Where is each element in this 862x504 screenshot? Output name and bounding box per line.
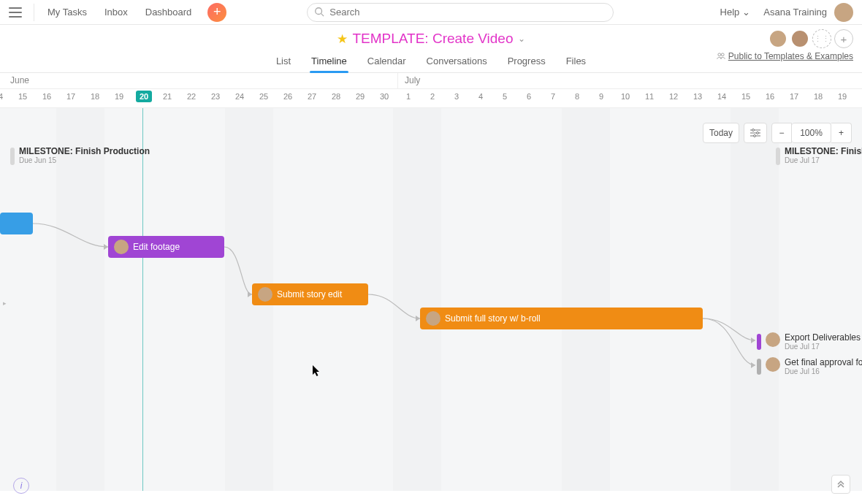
zoom-level[interactable]: 100%	[792, 123, 831, 143]
svg-point-3	[721, 53, 724, 56]
user-avatar[interactable]	[834, 3, 853, 22]
date-cell: 30	[377, 92, 392, 101]
project-title-text: TEMPLATE: Create Video	[352, 31, 513, 47]
task-due: Due Jul 16	[785, 367, 862, 375]
assignee-avatar	[426, 311, 440, 326]
nav-inbox[interactable]: Inbox	[96, 7, 137, 18]
cursor-icon	[313, 365, 321, 377]
today-button[interactable]: Today	[703, 123, 739, 143]
topbar: My Tasks Inbox Dashboard + Help⌄ Asana T…	[0, 0, 862, 25]
search-icon	[314, 7, 324, 17]
date-cell: 22	[184, 92, 199, 101]
task-item[interactable]: Export Deliverables Due Jul 17	[757, 332, 861, 351]
member-placeholder-icon[interactable]: ⋮⋮	[812, 29, 831, 48]
zoom-controls: − 100% +	[771, 123, 852, 143]
info-button[interactable]: i	[13, 478, 29, 494]
zoom-in-button[interactable]: +	[831, 123, 852, 143]
task-handle[interactable]	[757, 334, 761, 350]
date-cell: 28	[329, 92, 343, 101]
expand-sidebar-handle[interactable]: ▸	[3, 299, 10, 314]
task-due: Due Jul 17	[785, 343, 861, 351]
date-cell: 18	[811, 92, 825, 101]
date-cell: 11	[642, 92, 657, 101]
date-cell: 25	[256, 92, 271, 101]
task-handle[interactable]	[757, 359, 761, 375]
project-visibility-link[interactable]: Public to Templates & Examples	[717, 51, 853, 61]
date-cell: 14	[0, 92, 6, 101]
milestone-card[interactable]: MILESTONE: Finish Production Due Jun 15	[10, 146, 150, 165]
zoom-out-button[interactable]: −	[771, 123, 792, 143]
date-cell: 21	[160, 92, 175, 101]
date-cell: 23	[208, 92, 223, 101]
assignee-avatar	[766, 357, 780, 372]
milestone-card[interactable]: MILESTONE: Finish Post Due Jul 17	[776, 146, 862, 165]
menu-icon[interactable]	[9, 7, 22, 18]
chevron-down-icon[interactable]: ⌄	[518, 34, 525, 44]
date-cell: 20	[136, 92, 150, 101]
search-input[interactable]	[307, 3, 614, 22]
weekend-shade	[731, 108, 779, 491]
member-avatar[interactable]	[768, 29, 787, 48]
milestone-title: MILESTONE: Finish Production	[19, 146, 150, 156]
project-title[interactable]: ★ TEMPLATE: Create Video ⌄	[337, 31, 525, 47]
member-avatar[interactable]	[790, 29, 809, 48]
date-cell: 7	[546, 92, 560, 101]
month-label-july: July	[405, 75, 420, 85]
date-cell: 3	[449, 92, 464, 101]
date-cell: 12	[666, 92, 681, 101]
nav-my-tasks[interactable]: My Tasks	[39, 7, 96, 18]
date-cell: 17	[787, 92, 801, 101]
date-cell: 19	[112, 92, 126, 101]
svg-point-13	[757, 132, 759, 134]
create-button[interactable]: +	[207, 3, 226, 22]
member-avatars: ⋮⋮ +	[717, 29, 853, 48]
month-label-june: June	[10, 75, 29, 85]
svg-point-14	[754, 135, 756, 137]
people-icon	[717, 52, 725, 61]
collapse-button[interactable]	[831, 475, 850, 494]
task-title: Edit footage	[133, 242, 180, 252]
weekend-shade	[56, 108, 104, 491]
star-icon[interactable]: ★	[337, 31, 348, 47]
date-ruler: 1415161718192021222324252627282930123456…	[0, 89, 862, 108]
help-link[interactable]: Help⌄	[720, 7, 751, 18]
tab-conversations[interactable]: Conversations	[425, 53, 489, 72]
task-title: Submit full story w/ b-roll	[445, 313, 541, 324]
date-cell: 13	[690, 92, 705, 101]
date-cell: 18	[88, 92, 102, 101]
date-cell: 6	[522, 92, 536, 101]
date-cell: 17	[64, 92, 78, 101]
milestone-handle[interactable]	[10, 148, 15, 165]
month-row: June July	[0, 73, 862, 89]
milestone-handle[interactable]	[776, 148, 780, 165]
task-bar[interactable]: Submit full story w/ b-roll	[420, 308, 703, 329]
weekend-shade	[393, 108, 441, 491]
tab-progress[interactable]: Progress	[506, 53, 547, 72]
date-cell: 26	[281, 92, 295, 101]
chevron-double-up-icon	[836, 480, 845, 489]
add-member-button[interactable]: +	[834, 29, 853, 48]
task-title: Submit story edit	[277, 289, 342, 299]
nav-dashboard[interactable]: Dashboard	[137, 7, 201, 18]
task-bar[interactable]	[0, 213, 33, 234]
tab-calendar[interactable]: Calendar	[366, 53, 408, 72]
svg-point-12	[752, 129, 755, 131]
filter-button[interactable]	[744, 123, 767, 143]
tab-list[interactable]: List	[275, 53, 292, 72]
date-cell: 4	[473, 92, 488, 101]
task-bar[interactable]: Edit footage	[108, 236, 224, 258]
username-label: Asana Training	[763, 7, 827, 18]
svg-point-2	[718, 53, 721, 56]
timeline-controls: Today − 100% +	[703, 123, 852, 143]
task-title: Export Deliverables	[785, 332, 861, 343]
task-bar[interactable]: Submit story edit	[252, 283, 368, 305]
weekend-shade	[562, 108, 610, 491]
tab-timeline[interactable]: Timeline	[310, 53, 348, 72]
task-item[interactable]: Get final approval for finished video Du…	[757, 357, 862, 375]
date-cell: 5	[497, 92, 512, 101]
timeline-canvas[interactable]: ▸ Today − 100% + MILESTONE: Finish	[0, 108, 862, 491]
tab-files[interactable]: Files	[565, 53, 587, 72]
assignee-avatar	[258, 287, 272, 302]
date-cell: 2	[425, 92, 440, 101]
project-side: ⋮⋮ + Public to Templates & Examples	[717, 29, 853, 63]
